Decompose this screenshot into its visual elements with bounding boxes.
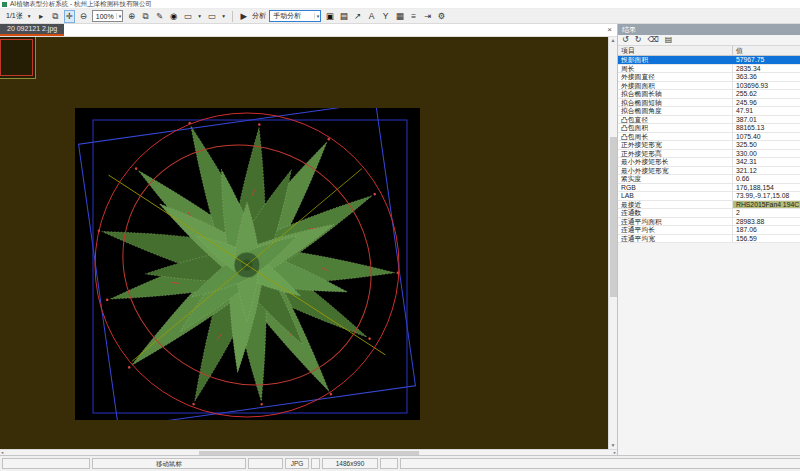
row-value: 187.06 — [733, 226, 800, 234]
undo-icon[interactable]: ↺ — [622, 35, 629, 45]
table-row[interactable]: 紧实度0.66 — [618, 175, 800, 184]
row-item-label: 最小外接矩形长 — [618, 158, 733, 166]
title-bar: AI植物表型分析系统 - 杭州上泽检测科技有限公司 — [0, 0, 800, 9]
list-icon[interactable]: ≡ — [408, 10, 419, 23]
table-row[interactable]: RGB176,188,154 — [618, 184, 800, 193]
edit-icon[interactable]: ✎ — [154, 10, 165, 23]
move-tool-icon[interactable]: ✛ — [64, 10, 75, 23]
table-row[interactable]: 连通平均面积28983.88 — [618, 218, 800, 227]
status-cell: 1486x990 — [322, 458, 378, 469]
table-row[interactable]: 外接圆面积103696.93 — [618, 82, 800, 91]
zoom-combo[interactable]: 100% ▾ — [92, 10, 123, 22]
status-cell-empty — [248, 458, 283, 469]
analyze-button[interactable]: 分析 — [252, 11, 266, 21]
report-icon[interactable]: ▤ — [338, 10, 349, 23]
table-row[interactable]: 最接近RHS2015Fan4 194C Yellow-Green — [618, 201, 800, 210]
overlay-select-icon[interactable]: ▭ — [206, 10, 217, 23]
table-row[interactable]: 凸包周长1075.40 — [618, 133, 800, 142]
row-value: RHS2015Fan4 194C Yellow-Green — [733, 201, 800, 209]
overlay-dropdown-icon[interactable]: ▾ — [220, 10, 227, 23]
row-item-label: 连通数 — [618, 209, 733, 217]
row-item-label: 拟合椭圆角度 — [618, 107, 733, 115]
table-row[interactable]: 连通平均长187.06 — [618, 226, 800, 235]
table-row[interactable]: 外接圆直径363.36 — [618, 73, 800, 82]
row-item-label: 投影面积 — [618, 56, 733, 64]
scroll-up-icon[interactable]: ▲ — [611, 37, 616, 43]
table-row[interactable]: 拟合椭圆角度47.91 — [618, 107, 800, 116]
grid-icon[interactable]: ▦ — [394, 10, 405, 23]
image-canvas[interactable] — [75, 108, 420, 420]
analyze-play-icon[interactable]: ▶ — [238, 10, 249, 23]
table-row[interactable]: 周长2835.34 — [618, 65, 800, 74]
row-item-label: 拟合椭圆长轴 — [618, 90, 733, 98]
row-value: 88165.13 — [733, 124, 800, 132]
table-row[interactable]: 连通数2 — [618, 209, 800, 218]
shape-dropdown-icon[interactable]: ▾ — [196, 10, 203, 23]
table-row[interactable]: 凸包直径387.01 — [618, 116, 800, 125]
row-item-label: 正外接矩形高 — [618, 150, 733, 158]
image-view-icon[interactable]: ▣ — [324, 10, 335, 23]
erase-icon[interactable]: ⌫ — [647, 35, 658, 45]
chart-icon[interactable]: ↗ — [352, 10, 363, 23]
chevron-down-icon[interactable]: ▾ — [116, 13, 122, 19]
navigator-thumbnail[interactable] — [0, 37, 36, 79]
row-item-label: 最小外接矩形宽 — [618, 167, 733, 175]
copy-icon[interactable]: ⧉ — [50, 10, 61, 23]
table-row[interactable]: 正外接矩形宽325.50 — [618, 141, 800, 150]
main-toolbar: 1/1张 ▾ ▸ ⧉ ✛ ⊖ 100% ▾ ⊕ ⧉ ✎ ◉ ▭ ▾ ▭ ▾ ▶ … — [0, 9, 800, 24]
row-item-label: 紧实度 — [618, 175, 733, 183]
table-row[interactable]: 正外接矩形高330.00 — [618, 150, 800, 159]
image-tab[interactable]: 20 092121 2.jpg — [0, 24, 64, 36]
status-cell-empty — [311, 458, 320, 469]
mask-icon[interactable]: ◉ — [168, 10, 179, 23]
table-row[interactable]: 最小外接矩形宽321.12 — [618, 167, 800, 176]
row-value: 0.66 — [733, 175, 800, 183]
row-item-label: 连通平均长 — [618, 226, 733, 234]
next-image-icon[interactable]: ▸ — [36, 10, 47, 23]
shape-select-icon[interactable]: ▭ — [182, 10, 193, 23]
table-row[interactable]: LAB73.99,-9.17,15.08 — [618, 192, 800, 201]
table-row[interactable]: 拟合椭圆短轴245.96 — [618, 99, 800, 108]
table-row[interactable]: 连通平均宽156.59 — [618, 235, 800, 244]
chevron-down-icon[interactable]: ▾ — [314, 13, 320, 19]
table-row[interactable]: 凸包面积88165.13 — [618, 124, 800, 133]
mode-combo[interactable]: 手动分析 ▾ — [269, 10, 321, 22]
save-results-icon[interactable]: ▤ — [665, 35, 673, 45]
scroll-down-icon[interactable]: ▼ — [609, 442, 617, 449]
row-item-label: 正外接矩形宽 — [618, 141, 733, 149]
zoom-out-icon[interactable]: ⊖ — [78, 10, 89, 23]
label-a-icon[interactable]: A — [366, 10, 377, 23]
table-row[interactable]: 最小外接矩形长342.31 — [618, 158, 800, 167]
vertical-scrollbar[interactable]: ▲ ▼ — [608, 37, 617, 449]
fit-window-icon[interactable]: ⧉ — [140, 10, 151, 23]
row-item-label: 凸包周长 — [618, 133, 733, 141]
status-cell-empty — [400, 458, 800, 469]
row-item-label: 外接圆面积 — [618, 82, 733, 90]
status-cell-empty — [2, 458, 90, 469]
row-value: 176,188,154 — [733, 184, 800, 192]
label-y-icon[interactable]: Y — [380, 10, 391, 23]
zoom-in-icon[interactable]: ⊕ — [126, 10, 137, 23]
settings-gear-icon[interactable]: ⚙ — [436, 10, 447, 23]
close-icon[interactable]: × — [602, 24, 617, 36]
results-table-body: 投影面积57967.75周长2835.34外接圆直径363.36外接圆面积103… — [618, 56, 800, 243]
vertical-scroll-thumb[interactable] — [610, 137, 617, 297]
page-dropdown-icon[interactable]: ▾ — [26, 10, 33, 23]
status-cell: 移动鼠标 — [92, 458, 246, 469]
row-value: 2835.34 — [733, 65, 800, 73]
results-table-header: 项目 值 — [618, 46, 800, 56]
status-bar: 移动鼠标JPG1486x990 — [0, 455, 800, 471]
status-cell-empty — [380, 458, 398, 469]
redo-icon[interactable]: ↻ — [635, 35, 642, 45]
table-row[interactable]: 投影面积57967.75 — [618, 56, 800, 65]
window-title: AI植物表型分析系统 - 杭州上泽检测科技有限公司 — [10, 0, 152, 9]
row-value: 321.12 — [733, 167, 800, 175]
row-value: 103696.93 — [733, 82, 800, 90]
export-icon[interactable]: ⇥ — [422, 10, 433, 23]
row-value: 330.00 — [733, 150, 800, 158]
table-row[interactable]: 拟合椭圆长轴255.62 — [618, 90, 800, 99]
row-item-label: 周长 — [618, 65, 733, 73]
image-viewport[interactable] — [0, 37, 608, 449]
row-value: 57967.75 — [733, 56, 800, 64]
row-value: 342.31 — [733, 158, 800, 166]
